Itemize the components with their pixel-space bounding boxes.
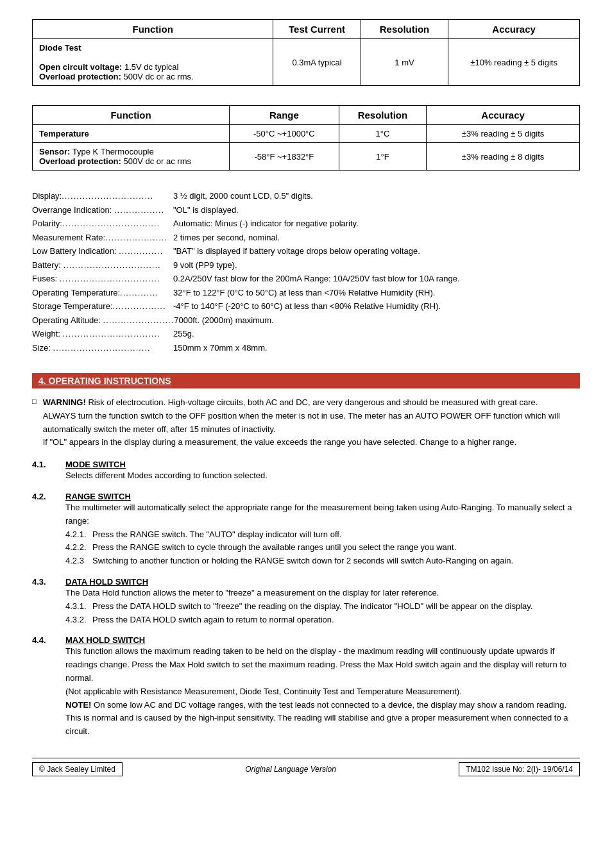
temp-range1: -50°C ~+1000°C [230,125,339,143]
table-row: Diode Test Open circuit voltage: 1.5V dc… [33,39,580,86]
col-accuracy: Accuracy [448,20,580,39]
spec-value-op-temp: 32°F to 122°F (0°C to 50°C) at less than… [173,287,580,299]
subsection-body3-4-4: NOTE! On some low AC and DC voltage rang… [65,699,580,739]
spec-value-battery: 9 volt (PP9 type). [173,259,580,272]
subsection-content-4-1: MODE SWITCH Selects different Modes acco… [65,460,580,483]
item-4-3-1: 4.3.1. Press the DATA HOLD switch to "fr… [65,600,580,613]
col-test-current: Test Current [273,20,361,39]
subsection-4-1: 4.1. MODE SWITCH Selects different Modes… [32,460,580,483]
item-num-4-3-2: 4.3.2. [65,613,89,627]
spec-line-battery: Battery: ...............................… [32,259,580,272]
warning-para3: If "OL" appears in the display during a … [43,437,516,447]
subsection-num-4-1: 4.1. [32,460,55,483]
spec-value-polarity: Automatic: Minus (-) indicator for negat… [173,217,580,230]
spec-line-weight: Weight: ................................… [32,328,580,340]
subsection-body-4-3: The Data Hold function allows the meter … [65,587,580,600]
spec-label-polarity: Polarity:...............................… [32,217,173,230]
spec-label-display: Display:............................... [32,190,173,203]
item-text-4-2-2: Press the RANGE switch to cycle through … [92,541,456,555]
subsection-body-4-2: The multimeter will automatically select… [65,501,580,528]
col-range: Range [230,106,339,125]
subsection-4-4: 4.4. MAX HOLD SWITCH This function allow… [32,635,580,739]
subsection-num-4-3: 4.3. [32,577,55,626]
spec-label-op-temp: Operating Temperature:............. [32,287,173,299]
function-detail2: Overload protection: 500V dc or ac rms. [39,72,266,81]
spec-line-polarity: Polarity:...............................… [32,217,580,230]
spec-value-altitude: 7000ft. (2000m) maximum. [174,314,580,327]
subsection-content-4-4: MAX HOLD SWITCH This function allows the… [65,635,580,739]
temp-title: Temperature [39,129,89,138]
temp-range2: -58°F ~+1832°F [230,143,339,171]
detail-value: 1.5V dc typical [122,62,178,72]
note-label: NOTE! [65,700,91,710]
subsection-4-3: 4.3. DATA HOLD SWITCH The Data Hold func… [32,577,580,626]
spec-label-overrange: Overrange Indication: ................. [32,204,173,217]
subsection-content-4-2: RANGE SWITCH The multimeter will automat… [65,492,580,568]
function-detail: Open circuit voltage: 1.5V dc typical [39,62,266,72]
subsection-body2-4-4: (Not applicable with Resistance Measurem… [65,685,580,699]
footer-right: TM102 Issue No: 2(I)- 19/06/14 [459,762,580,776]
temp-resolution1: 1°C [339,125,426,143]
overload-detail: Overload protection: 500V dc or ac rms [39,156,223,166]
test-current-cell: 0.3mA typical [273,39,361,86]
note-text: On some low AC and DC voltage ranges, wi… [65,700,568,737]
warning-para2: ALWAYS turn the function switch to the O… [43,411,560,434]
sensor-label: Sensor: [39,147,70,156]
subsection-4-2: 4.2. RANGE SWITCH The multimeter will au… [32,492,580,568]
spec-line-overrange: Overrange Indication: ................. … [32,204,580,217]
item-num-4-3-1: 4.3.1. [65,600,89,613]
spec-value-weight: 255g. [173,328,580,340]
spec-line-low-battery: Low Battery Indication: ............... … [32,245,580,258]
spec-label-fuses: Fuses: .................................… [32,272,173,285]
col-function2: Function [33,106,230,125]
item-num-4-2-3: 4.2.3 [65,555,89,568]
table-row-temp1: Temperature -50°C ~+1000°C 1°C ±3% readi… [33,125,580,143]
spec-value-storage-temp: -4°F to 140°F (-20°C to 60°C) at less th… [173,300,580,313]
subsection-title-4-3: DATA HOLD SWITCH [65,577,580,587]
sensor-value: Type K Thermocouple [70,147,153,156]
subsection-title-4-4: MAX HOLD SWITCH [65,635,580,645]
spec-label-storage-temp: Storage Temperature:.................. [32,300,173,313]
subsection-num-4-2: 4.2. [32,492,55,568]
spec-label-altitude: Operating Altitude: ....................… [32,314,174,327]
temp-function-cell1: Temperature [33,125,230,143]
subsection-body-4-1: Selects different Modes according to fun… [65,469,580,483]
spec-value-measurement-rate: 2 times per second, nominal. [173,231,580,244]
warning-icon: □ [32,397,37,449]
subsection-title-4-2: RANGE SWITCH [65,492,580,501]
overload-value: 500V dc or ac rms [121,156,191,166]
section4-header-text: 4. OPERATING INSTRUCTIONS [38,376,171,386]
page-footer: © Jack Sealey Limited Original Language … [32,758,580,776]
specs-section: Display:............................... … [32,190,580,354]
item-4-2-1: 4.2.1. Press the RANGE switch. The "AUTO… [65,528,580,542]
footer-left: © Jack Sealey Limited [32,762,123,776]
item-text-4-3-1: Press the DATA HOLD switch to "freeze" t… [92,600,532,613]
temp-function-cell2: Sensor: Type K Thermocouple Overload pro… [33,143,230,171]
warning-block: □ WARNING! Risk of electrocution. High-v… [32,396,580,449]
spec-line-storage-temp: Storage Temperature:.................. -… [32,300,580,313]
function-cell: Diode Test Open circuit voltage: 1.5V dc… [33,39,273,86]
item-text-4-3-2: Press the DATA HOLD switch again to retu… [92,613,334,627]
spec-label-low-battery: Low Battery Indication: ............... [32,245,173,258]
item-text-4-2-1: Press the RANGE switch. The "AUTO" displ… [92,528,342,542]
spec-line-altitude: Operating Altitude: ....................… [32,314,580,327]
temp-accuracy2: ±3% reading ± 8 digits [427,143,580,171]
spec-line-op-temp: Operating Temperature:............. 32°F… [32,287,580,299]
item-4-2-3: 4.2.3 Switching to another function or h… [65,555,580,568]
spec-value-overrange: "OL" is displayed. [173,204,580,217]
detail2-value: 500V dc or ac rms. [121,72,194,81]
spec-value-display: 3 ½ digit, 2000 count LCD, 0.5" digits. [173,190,580,203]
warning-label: WARNING! [43,397,86,407]
temperature-table: Function Range Resolution Accuracy Tempe… [32,105,580,171]
col-accuracy2: Accuracy [427,106,580,125]
col-function: Function [33,20,273,39]
table-row-temp2: Sensor: Type K Thermocouple Overload pro… [33,143,580,171]
temp-resolution2: 1°F [339,143,426,171]
item-text-4-2-3: Switching to another function or holding… [92,555,513,568]
spec-value-size: 150mm x 70mm x 48mm. [173,342,580,355]
overload-label: Overload protection: [39,156,121,166]
footer-center: Original Language Version [245,765,336,774]
spec-value-low-battery: "BAT" is displayed if battery voltage dr… [173,245,580,258]
warning-main: Risk of electrocution. High-voltage circ… [88,397,538,407]
warning-text-container: WARNING! Risk of electrocution. High-vol… [43,396,580,449]
